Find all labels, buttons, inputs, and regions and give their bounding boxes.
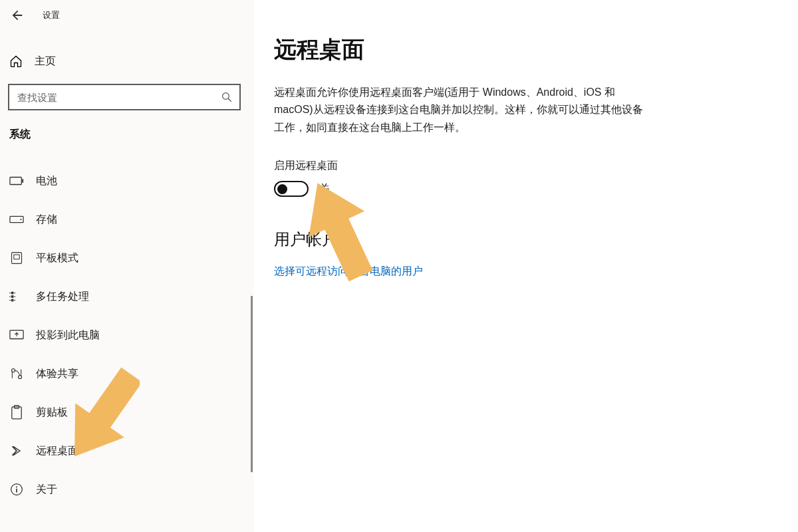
clipboard-icon xyxy=(9,405,24,420)
remote-icon xyxy=(9,444,24,458)
svg-line-1 xyxy=(228,98,231,102)
arrow-left-icon xyxy=(10,8,25,23)
tablet-icon xyxy=(9,251,24,265)
svg-rect-9 xyxy=(11,295,14,298)
scroll-thumb[interactable] xyxy=(251,296,253,472)
svg-point-25 xyxy=(16,486,17,487)
multitask-icon xyxy=(9,289,24,304)
sidebar-item-label: 投影到此电脑 xyxy=(36,329,100,342)
sidebar-item-label: 剪贴板 xyxy=(36,406,68,420)
search-icon xyxy=(221,91,233,103)
sidebar-item-project[interactable]: 投影到此电脑 xyxy=(0,316,254,354)
sidebar-item-home[interactable]: 主页 xyxy=(0,43,254,80)
svg-rect-2 xyxy=(10,178,21,185)
search-box[interactable] xyxy=(8,84,241,110)
sidebar-item-tablet[interactable]: 平板模式 xyxy=(0,239,254,277)
svg-rect-7 xyxy=(14,255,19,259)
storage-icon xyxy=(9,212,24,227)
svg-rect-26 xyxy=(16,489,17,493)
svg-rect-8 xyxy=(11,292,14,295)
svg-marker-34 xyxy=(303,176,376,283)
annotation-arrow-icon xyxy=(66,366,140,466)
sidebar-item-label: 多任务处理 xyxy=(36,290,89,304)
search-input[interactable] xyxy=(17,92,221,103)
sidebar-item-about[interactable]: 关于 xyxy=(0,470,254,509)
sidebar-item-storage[interactable]: 存储 xyxy=(0,200,254,239)
project-icon xyxy=(9,328,24,342)
sidebar-item-label: 电池 xyxy=(36,174,57,188)
sidebar-item-label: 关于 xyxy=(36,483,57,497)
back-button[interactable] xyxy=(8,6,27,25)
sidebar-item-label: 存储 xyxy=(36,213,57,227)
home-icon xyxy=(9,55,23,68)
sidebar-item-battery[interactable]: 电池 xyxy=(0,162,254,200)
page-description: 远程桌面允许你使用远程桌面客户端(适用于 Windows、Android、iOS… xyxy=(274,84,646,136)
page-title: 远程桌面 xyxy=(274,35,771,65)
svg-rect-3 xyxy=(22,179,23,183)
svg-rect-6 xyxy=(12,253,22,264)
category-heading: 系统 xyxy=(0,128,254,142)
svg-rect-10 xyxy=(11,299,14,302)
svg-point-5 xyxy=(20,219,21,220)
sidebar-item-multitask[interactable]: 多任务处理 xyxy=(0,277,254,316)
annotation-arrow-icon xyxy=(303,176,376,283)
svg-point-0 xyxy=(223,93,229,100)
share-icon xyxy=(9,366,24,381)
about-icon xyxy=(9,482,24,497)
home-label: 主页 xyxy=(35,55,56,68)
battery-icon xyxy=(9,174,24,188)
sidebar-item-label: 平板模式 xyxy=(36,251,78,265)
app-title: 设置 xyxy=(43,9,60,21)
toggle-label: 启用远程桌面 xyxy=(274,159,771,173)
